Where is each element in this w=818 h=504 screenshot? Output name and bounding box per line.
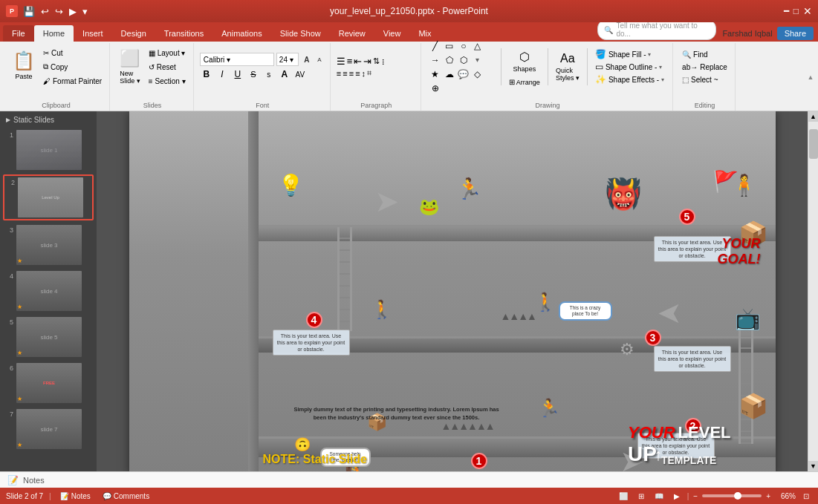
find-button[interactable]: 🔍 Find [679, 49, 730, 60]
slide-canvas[interactable]: ▲▲▲▲▲▲ ▲▲▲▲ ➤ ➤ ➤ 💡 🐸 👹 🚩 [129, 111, 776, 471]
bullets-button[interactable]: ☰ [337, 56, 345, 67]
scroll-track[interactable] [808, 122, 819, 461]
fit-slide-btn[interactable]: ⊡ [800, 491, 812, 501]
redo-qat-btn[interactable]: ↪ [54, 5, 64, 18]
text-direction-button[interactable]: ⇅ [373, 56, 380, 66]
cut-button[interactable]: ✂ Cut [40, 46, 105, 59]
shapes-big-button[interactable]: ⬡ Shapes [505, 47, 544, 76]
shape-fill-button[interactable]: 🪣 Shape Fill - ▾ [591, 48, 668, 60]
save-qat-btn[interactable]: 💾 [22, 5, 36, 18]
zoom-level[interactable]: 66% [775, 492, 796, 500]
smart-art-button[interactable]: ⌗ [367, 68, 371, 78]
shadow-button[interactable]: s [262, 68, 276, 81]
share-button[interactable]: Share [777, 27, 814, 40]
scroll-down-btn[interactable]: ▼ [808, 461, 819, 471]
layout-button[interactable]: ▦ Layout ▾ [146, 46, 189, 59]
strikethrough-button[interactable]: S [247, 68, 260, 81]
font-color-button[interactable]: A [278, 68, 291, 81]
tab-design[interactable]: Design [112, 25, 155, 42]
decrease-font-btn[interactable]: A [314, 53, 325, 65]
bold-button[interactable]: B [200, 68, 213, 81]
font-highlight-button[interactable]: AV [293, 68, 307, 81]
decrease-indent-button[interactable]: ⇤ [354, 56, 362, 67]
justify-button[interactable]: ≡ [355, 69, 360, 78]
shape-custom2[interactable]: ⊕ [429, 82, 442, 95]
tab-slideshow[interactable]: Slide Show [271, 25, 330, 42]
ribbon-collapse-btn[interactable]: ▲ [806, 43, 815, 111]
maximize-btn[interactable]: □ [793, 6, 799, 16]
present-qat-btn[interactable]: ▶ [68, 5, 77, 18]
reset-button[interactable]: ↺ Reset [146, 60, 189, 73]
line-spacing-button[interactable]: ↕ [362, 69, 366, 78]
font-family-select[interactable]: Calibri ▾ [200, 53, 274, 66]
shape-rect[interactable]: ▭ [443, 39, 456, 53]
sep1 [501, 48, 501, 85]
slide-thumb-7[interactable]: 7 slide 7 ★ [3, 408, 94, 451]
section-button[interactable]: ≡ Section ▾ [146, 74, 189, 88]
notes-button[interactable]: 📝 Notes [57, 491, 94, 501]
slidesorter-view-btn[interactable]: ⊞ [635, 491, 647, 501]
shape-outline-arrow: ▾ [659, 64, 662, 71]
tab-home[interactable]: Home [34, 25, 74, 42]
tab-animations[interactable]: Animations [212, 25, 270, 42]
normal-view-btn[interactable]: ⬜ [616, 491, 631, 501]
increase-indent-button[interactable]: ⇥ [363, 56, 371, 67]
format-painter-button[interactable]: 🖌 Format Painter [40, 74, 105, 88]
shape-ellipse[interactable]: ○ [457, 39, 470, 53]
paste-button[interactable]: 📋 Paste [7, 46, 40, 85]
tell-me-bar[interactable]: 🔍 Tell me what you want to do... [597, 19, 716, 40]
shape-more[interactable]: ▾ [471, 53, 484, 67]
shape-effects-button[interactable]: ✨ Shape Effects - ▾ [591, 73, 668, 85]
shape-line[interactable]: ╱ [429, 39, 442, 53]
shape-outline-button[interactable]: ▭ Shape Outline - ▾ [591, 61, 668, 73]
slide-thumb-5[interactable]: 5 slide 5 ★ [3, 315, 94, 359]
font-size-select[interactable]: 24 ▾ [276, 53, 299, 66]
align-right-button[interactable]: ≡ [349, 69, 354, 78]
tab-insert[interactable]: Insert [74, 25, 112, 42]
scroll-thumb[interactable] [809, 129, 818, 159]
increase-font-btn[interactable]: A [301, 53, 313, 65]
slide-img-7: slide 7 ★ [16, 409, 82, 449]
replace-button[interactable]: ab→ Replace [679, 62, 730, 73]
italic-button[interactable]: I [215, 68, 229, 81]
align-center-button[interactable]: ≡ [343, 69, 347, 78]
shape-arrow[interactable]: → [429, 53, 442, 67]
numbering-button[interactable]: ≡ [347, 56, 353, 67]
columns-button[interactable]: ⫶ [381, 57, 386, 66]
comments-button[interactable]: 💬 Comments [100, 491, 152, 501]
arrange-button[interactable]: ⊞ Arrange [505, 77, 544, 88]
tab-view[interactable]: View [374, 25, 410, 42]
shape-triangle[interactable]: △ [471, 39, 484, 53]
shape-scroll[interactable]: ⬡ [457, 53, 470, 67]
close-btn[interactable]: ✕ [803, 5, 812, 17]
copy-button[interactable]: ⧉ Copy [40, 60, 105, 73]
shape-custom1[interactable]: ◇ [471, 68, 484, 81]
scroll-up-btn[interactable]: ▲ [808, 111, 819, 122]
slide-thumb-6[interactable]: 6 FREE ★ [3, 361, 94, 405]
minimize-btn[interactable]: ━ [784, 6, 789, 16]
underline-button[interactable]: U [231, 68, 244, 81]
align-left-button[interactable]: ≡ [337, 69, 341, 78]
zoom-minus-btn[interactable]: − [693, 492, 698, 500]
reading-view-btn[interactable]: 📖 [652, 491, 666, 501]
tab-review[interactable]: Review [330, 25, 374, 42]
slide-thumb-4[interactable]: 4 slide 4 ★ [3, 269, 94, 312]
quick-styles-button[interactable]: Aa QuickStyles ▾ [552, 46, 583, 88]
tab-transitions[interactable]: Transitions [155, 25, 212, 42]
shape-pentagon[interactable]: ⬠ [443, 53, 456, 67]
tab-file[interactable]: File [3, 25, 34, 42]
shape-cloud[interactable]: ☁ [443, 68, 456, 81]
slide-thumb-3[interactable]: 3 slide 3 ★ [3, 223, 94, 266]
slideshow-view-btn[interactable]: ▶ [671, 491, 683, 501]
select-button[interactable]: ⬚ Select ~ [679, 74, 730, 85]
more-qat-btn[interactable]: ▾ [82, 5, 88, 18]
slide-thumb-1[interactable]: 1 slide 1 [3, 128, 94, 171]
undo-qat-btn[interactable]: ↩ [40, 5, 50, 18]
shape-callout[interactable]: 💬 [457, 68, 470, 81]
zoom-plus-btn[interactable]: + [766, 492, 770, 500]
slide-thumb-2[interactable]: 2 Level Up [3, 174, 94, 220]
new-slide-button[interactable]: ⬜ NewSlide ▾ [116, 46, 144, 88]
notes-label[interactable]: Notes [23, 476, 45, 485]
shape-star[interactable]: ★ [429, 68, 442, 81]
zoom-slider[interactable] [702, 494, 762, 497]
